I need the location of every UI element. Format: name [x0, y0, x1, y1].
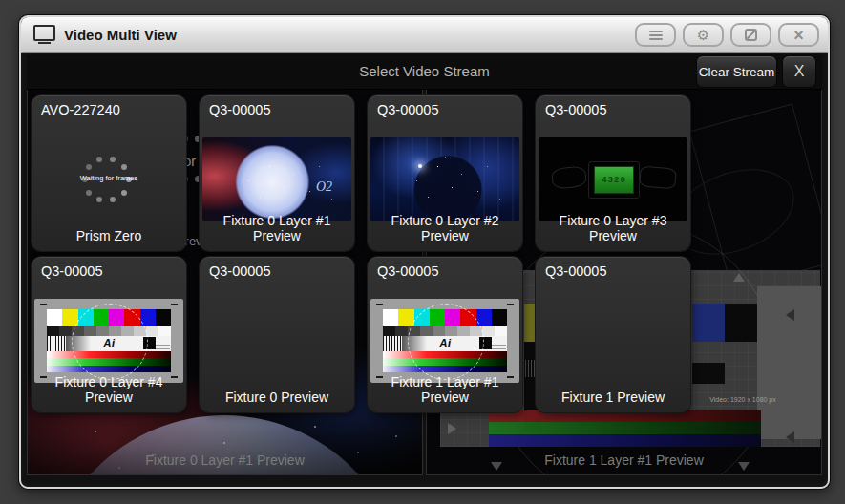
window-controls: ⚙ × — [635, 23, 819, 47]
menu-button[interactable] — [635, 23, 676, 47]
overlay-close-button[interactable]: X — [782, 55, 816, 88]
gear-icon: ⚙ — [697, 28, 709, 42]
stream-tile-fixture0-layer4[interactable]: Q3-00005 — [32, 257, 186, 412]
background-pane-right-label: Fixture 1 Layer #1 Preview — [427, 452, 821, 468]
resize-button[interactable] — [730, 23, 771, 47]
waiting-status-text: Waiting for frames — [32, 174, 186, 182]
testcard-tick — [171, 304, 178, 305]
testcard-black-square — [692, 363, 725, 384]
testcard-tick — [40, 376, 47, 378]
tile-source: Q3-00005 — [377, 102, 439, 117]
window-close-button[interactable]: × — [778, 23, 819, 47]
stars-decoration — [202, 137, 203, 138]
green-display: 4320 — [594, 166, 634, 194]
tile-source: Q3-00005 — [545, 263, 607, 279]
thumbnail-overlay-text: O2 — [316, 179, 332, 195]
arrow-left-icon — [786, 309, 794, 321]
arrow-right-icon — [448, 423, 456, 434]
tile-source: Q3-00005 — [209, 263, 271, 279]
testcard-blue-gradient — [489, 434, 761, 447]
video-multi-view-window: Video Multi View ⚙ × — [19, 15, 830, 489]
faint-outline-shape — [639, 165, 677, 189]
stream-tile-fixture1[interactable]: Q3-00005 Fixture 1 Preview — [536, 257, 690, 412]
tile-thumbnail: 4320 — [539, 137, 687, 221]
testcard-circle — [408, 304, 484, 380]
arrow-left-icon — [786, 431, 794, 443]
tile-label: Fixture 0 Layer #2 Preview — [368, 213, 522, 243]
tile-source: Q3-00005 — [209, 102, 271, 117]
stream-tile-fixture0[interactable]: Q3-00005 Fixture 0 Preview — [200, 257, 354, 412]
stream-tile-fixture0-layer2[interactable]: Q3-00005 Fixture 0 Layer #2 Preview — [368, 95, 522, 251]
stream-tile-prism-zero[interactable]: AVO-227240 Waiting for frames Prism Zero — [32, 95, 186, 251]
tile-source: Q3-00005 — [545, 102, 607, 117]
tile-source: Q3-00005 — [41, 263, 103, 279]
close-icon: × — [793, 27, 804, 44]
tile-label: Fixture 0 Layer #3 Preview — [536, 213, 690, 243]
stream-tile-fixture0-layer1[interactable]: Q3-00005 O2 Fixture 0 Layer #1 Preview — [200, 95, 354, 251]
stream-tile-fixture0-layer3[interactable]: Q3-00005 4320 Fixture 0 Layer #3 Preview — [536, 95, 690, 251]
tile-thumbnail: O2 — [202, 137, 351, 221]
testcard-tick — [507, 376, 514, 378]
stars-decoration — [370, 137, 371, 138]
stream-tile-fixture1-layer1[interactable]: Q3-00005 — [368, 257, 522, 412]
testcard-video-info: Video: 1920 x 1080 px — [689, 396, 796, 403]
window-body: Waiting for frames Preview Fixture 0 Lay… — [23, 53, 826, 484]
arrow-up-icon — [733, 273, 745, 282]
bright-star — [418, 164, 422, 168]
testcard-tick — [40, 304, 47, 305]
testcard-circle — [72, 304, 148, 380]
testcard-tick — [171, 376, 178, 378]
menu-icon — [649, 31, 663, 40]
tile-label: Fixture 1 Preview — [536, 389, 690, 405]
window-title: Video Multi View — [64, 27, 177, 43]
tile-label: Fixture 0 Preview — [200, 389, 354, 405]
tile-source: Q3-00005 — [377, 263, 439, 279]
testcard-tick — [376, 304, 383, 305]
faint-outline-shape — [551, 165, 587, 190]
testcard-tick — [376, 376, 383, 378]
titlebar[interactable]: Video Multi View ⚙ × — [21, 17, 828, 53]
tile-label: Fixture 0 Layer #1 Preview — [200, 213, 354, 243]
tile-thumbnail: Ai — [34, 299, 183, 383]
tile-thumbnail — [370, 137, 519, 221]
screen: Video Multi View ⚙ × — [0, 0, 845, 504]
tiny-text-lines — [156, 345, 170, 349]
tile-source: AVO-227240 — [41, 102, 120, 117]
clear-stream-button[interactable]: Clear Stream — [696, 55, 777, 88]
barcode-strip — [383, 336, 402, 351]
tile-label: Prism Zero — [32, 228, 186, 243]
settings-button[interactable]: ⚙ — [683, 23, 724, 47]
display-text: 4320 — [602, 176, 626, 185]
tiny-text-lines — [492, 345, 506, 349]
testcard-blue-square — [692, 304, 725, 342]
testcard-green-gradient — [489, 422, 761, 434]
tile-thumbnail: Ai — [370, 299, 519, 383]
testcard-tick — [507, 304, 514, 305]
select-stream-bar: Select Video Stream Clear Stream X — [27, 54, 822, 90]
resize-icon — [745, 29, 757, 41]
monitor-icon — [33, 25, 55, 41]
testcard-black-square — [725, 304, 757, 342]
background-pane-left-label: Fixture 0 Layer #1 Preview — [28, 452, 422, 468]
barcode-strip — [47, 336, 66, 351]
